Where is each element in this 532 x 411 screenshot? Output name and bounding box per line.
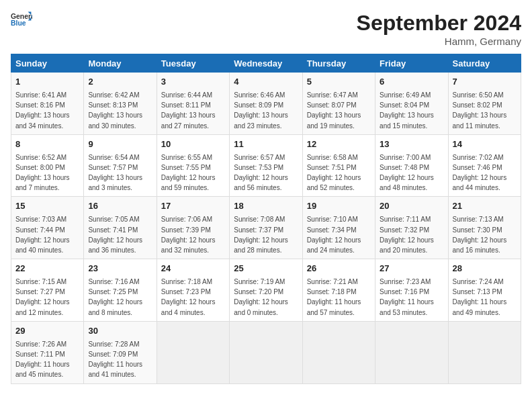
day-number: 12 [307,138,371,151]
day-number: 9 [88,138,152,151]
day-info: Sunrise: 6:46 AMSunset: 8:09 PMDaylight:… [234,91,288,130]
day-info: Sunrise: 7:19 AMSunset: 7:20 PMDaylight:… [234,278,288,316]
calendar-cell: 8Sunrise: 6:52 AMSunset: 8:00 PMDaylight… [11,134,84,197]
calendar-cell: 2Sunrise: 6:42 AMSunset: 8:13 PMDaylight… [84,73,157,135]
calendar-cell: 28Sunrise: 7:24 AMSunset: 7:13 PMDayligh… [448,259,521,322]
day-number: 2 [88,76,152,89]
calendar-cell: 26Sunrise: 7:21 AMSunset: 7:18 PMDayligh… [302,259,375,322]
day-info: Sunrise: 6:58 AMSunset: 7:51 PMDaylight:… [307,154,361,192]
day-number: 27 [380,263,443,275]
day-info: Sunrise: 6:49 AMSunset: 8:04 PMDaylight:… [380,91,434,130]
day-info: Sunrise: 7:08 AMSunset: 7:37 PMDaylight:… [234,216,288,254]
calendar-cell [448,321,521,383]
title-area: September 2024 Hamm, Germany [357,11,521,47]
logo-icon: General Blue [11,11,32,30]
day-info: Sunrise: 6:41 AMSunset: 8:16 PMDaylight:… [15,91,70,130]
day-number: 3 [161,76,225,89]
calendar-cell: 18Sunrise: 7:08 AMSunset: 7:37 PMDayligh… [230,197,302,259]
day-info: Sunrise: 6:54 AMSunset: 7:57 PMDaylight:… [88,154,142,192]
calendar-cell: 13Sunrise: 7:00 AMSunset: 7:48 PMDayligh… [375,134,448,197]
calendar-cell: 14Sunrise: 7:02 AMSunset: 7:46 PMDayligh… [448,134,521,197]
day-info: Sunrise: 7:11 AMSunset: 7:32 PMDaylight:… [380,216,434,254]
day-number: 17 [161,200,225,213]
day-header-monday: Monday [84,54,157,73]
calendar-cell: 16Sunrise: 7:05 AMSunset: 7:41 PMDayligh… [84,197,157,259]
calendar-cell: 19Sunrise: 7:10 AMSunset: 7:34 PMDayligh… [302,197,375,259]
day-info: Sunrise: 7:00 AMSunset: 7:48 PMDaylight:… [380,154,434,192]
calendar-table: SundayMondayTuesdayWednesdayThursdayFrid… [11,54,521,384]
day-info: Sunrise: 7:28 AMSunset: 7:09 PMDaylight:… [88,340,142,379]
calendar-cell: 4Sunrise: 6:46 AMSunset: 8:09 PMDaylight… [230,73,302,135]
day-number: 16 [88,200,152,213]
day-number: 28 [453,263,517,275]
calendar-cell: 7Sunrise: 6:50 AMSunset: 8:02 PMDaylight… [448,73,521,135]
calendar-cell: 21Sunrise: 7:13 AMSunset: 7:30 PMDayligh… [448,197,521,259]
day-header-saturday: Saturday [448,54,521,73]
day-number: 19 [307,200,371,213]
calendar-cell: 15Sunrise: 7:03 AMSunset: 7:44 PMDayligh… [11,197,84,259]
day-header-friday: Friday [375,54,448,73]
day-number: 7 [453,76,517,89]
month-title: September 2024 [357,11,521,36]
svg-text:General: General [11,13,32,20]
days-header-row: SundayMondayTuesdayWednesdayThursdayFrid… [11,54,521,73]
day-info: Sunrise: 7:03 AMSunset: 7:44 PMDaylight:… [15,216,70,254]
calendar-cell: 3Sunrise: 6:44 AMSunset: 8:11 PMDaylight… [157,73,229,135]
day-info: Sunrise: 6:55 AMSunset: 7:55 PMDaylight:… [161,154,216,192]
day-number: 11 [234,138,298,151]
day-info: Sunrise: 7:02 AMSunset: 7:46 PMDaylight:… [453,154,507,192]
calendar-cell: 1Sunrise: 6:41 AMSunset: 8:16 PMDaylight… [11,73,84,135]
day-number: 6 [380,76,443,89]
day-info: Sunrise: 6:42 AMSunset: 8:13 PMDaylight:… [88,91,142,130]
calendar-cell: 29Sunrise: 7:26 AMSunset: 7:11 PMDayligh… [11,321,84,383]
week-row-1: 1Sunrise: 6:41 AMSunset: 8:16 PMDaylight… [11,73,521,135]
calendar-cell: 30Sunrise: 7:28 AMSunset: 7:09 PMDayligh… [84,321,157,383]
calendar-cell: 25Sunrise: 7:19 AMSunset: 7:20 PMDayligh… [230,259,302,322]
day-info: Sunrise: 6:52 AMSunset: 8:00 PMDaylight:… [15,154,70,192]
day-info: Sunrise: 7:18 AMSunset: 7:23 PMDaylight:… [161,278,216,316]
day-info: Sunrise: 7:26 AMSunset: 7:11 PMDaylight:… [15,340,70,379]
day-number: 25 [234,263,298,275]
day-info: Sunrise: 7:06 AMSunset: 7:39 PMDaylight:… [161,216,216,254]
day-number: 13 [380,138,443,151]
calendar-cell [157,321,229,383]
calendar-cell: 9Sunrise: 6:54 AMSunset: 7:57 PMDaylight… [84,134,157,197]
day-info: Sunrise: 6:57 AMSunset: 7:53 PMDaylight:… [234,154,288,192]
day-info: Sunrise: 7:10 AMSunset: 7:34 PMDaylight:… [307,216,361,254]
calendar-cell [302,321,375,383]
calendar-cell: 5Sunrise: 6:47 AMSunset: 8:07 PMDaylight… [302,73,375,135]
week-row-3: 15Sunrise: 7:03 AMSunset: 7:44 PMDayligh… [11,197,521,259]
calendar-cell: 27Sunrise: 7:23 AMSunset: 7:16 PMDayligh… [375,259,448,322]
day-number: 29 [15,325,79,338]
calendar-cell [230,321,302,383]
day-header-wednesday: Wednesday [230,54,302,73]
calendar-cell: 20Sunrise: 7:11 AMSunset: 7:32 PMDayligh… [375,197,448,259]
day-number: 1 [15,76,79,89]
day-number: 18 [234,200,298,213]
location: Hamm, Germany [357,36,521,47]
day-info: Sunrise: 6:50 AMSunset: 8:02 PMDaylight:… [453,91,507,130]
day-header-thursday: Thursday [302,54,375,73]
day-number: 22 [15,263,79,275]
day-number: 26 [307,263,371,275]
week-row-4: 22Sunrise: 7:15 AMSunset: 7:27 PMDayligh… [11,259,521,322]
day-number: 10 [161,138,225,151]
day-info: Sunrise: 7:24 AMSunset: 7:13 PMDaylight:… [453,278,507,316]
day-info: Sunrise: 6:44 AMSunset: 8:11 PMDaylight:… [161,91,216,130]
calendar-cell: 12Sunrise: 6:58 AMSunset: 7:51 PMDayligh… [302,134,375,197]
day-info: Sunrise: 7:05 AMSunset: 7:41 PMDaylight:… [88,216,142,254]
header: General Blue September 2024 Hamm, German… [11,11,521,47]
logo: General Blue [11,11,32,30]
svg-text:Blue: Blue [11,19,26,27]
calendar-cell: 10Sunrise: 6:55 AMSunset: 7:55 PMDayligh… [157,134,229,197]
day-info: Sunrise: 7:13 AMSunset: 7:30 PMDaylight:… [453,216,507,254]
day-number: 4 [234,76,298,89]
day-header-sunday: Sunday [11,54,84,73]
day-number: 24 [161,263,225,275]
calendar-cell [375,321,448,383]
day-number: 14 [453,138,517,151]
day-header-tuesday: Tuesday [157,54,229,73]
calendar-cell: 11Sunrise: 6:57 AMSunset: 7:53 PMDayligh… [230,134,302,197]
week-row-5: 29Sunrise: 7:26 AMSunset: 7:11 PMDayligh… [11,321,521,383]
day-number: 21 [453,200,517,213]
